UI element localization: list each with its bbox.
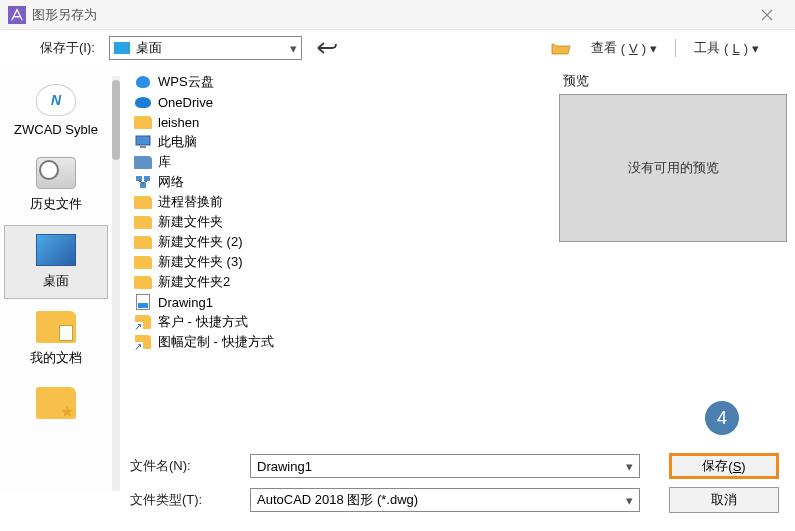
- history-icon: [36, 157, 76, 189]
- view-menu[interactable]: 查看(V) ▾: [585, 36, 663, 60]
- file-item[interactable]: leishen: [134, 112, 545, 132]
- sidebar-item-history[interactable]: 历史文件: [4, 149, 108, 221]
- chevron-down-icon: ▾: [290, 41, 297, 56]
- file-name: Drawing1: [158, 295, 213, 310]
- places-sidebar: ZWCAD Syble历史文件桌面我的文档: [0, 66, 120, 491]
- file-name: 网络: [158, 173, 184, 191]
- window-title: 图形另存为: [32, 6, 747, 24]
- app-icon: [8, 6, 26, 24]
- file-name: 新建文件夹: [158, 213, 223, 231]
- file-name: 新建文件夹 (3): [158, 253, 243, 271]
- cancel-button[interactable]: 取消: [669, 487, 779, 513]
- shortcut-icon: [135, 335, 151, 349]
- sidebar-item-docs[interactable]: 我的文档: [4, 303, 108, 375]
- wps-cloud-icon: [136, 76, 150, 88]
- annotation-badge-4: 4: [705, 401, 739, 435]
- close-button[interactable]: [747, 0, 787, 30]
- file-item[interactable]: 网络: [134, 172, 545, 192]
- location-text: 桌面: [136, 39, 162, 57]
- main-area: ZWCAD Syble历史文件桌面我的文档 WPS云盘OneDriveleish…: [0, 66, 795, 491]
- file-item[interactable]: 图幅定制 - 快捷方式: [134, 332, 545, 352]
- file-name: 库: [158, 153, 171, 171]
- svg-rect-0: [136, 136, 150, 145]
- sidebar-scrollbar[interactable]: [112, 76, 120, 491]
- bottom-form: 文件名(N): Drawing1 ▾ 保存(S) 文件类型(T): AutoCA…: [0, 443, 795, 531]
- folder-icon: [134, 196, 152, 209]
- file-item[interactable]: Drawing1: [134, 292, 545, 312]
- open-folder-button[interactable]: [545, 36, 577, 60]
- sidebar-item-label: 桌面: [5, 272, 107, 290]
- file-item[interactable]: 进程替换前: [134, 192, 545, 212]
- filename-label: 文件名(N):: [130, 457, 240, 475]
- separator: [675, 39, 676, 57]
- sidebar-item-cloud[interactable]: ZWCAD Syble: [4, 76, 108, 145]
- filetype-dropdown[interactable]: AutoCAD 2018 图形 (*.dwg) ▾: [250, 488, 640, 512]
- file-item[interactable]: 新建文件夹2: [134, 272, 545, 292]
- desktop-icon: [114, 42, 130, 54]
- file-item[interactable]: 新建文件夹 (2): [134, 232, 545, 252]
- sidebar-item-label: 历史文件: [4, 195, 108, 213]
- save-button[interactable]: 保存(S): [669, 453, 779, 479]
- onedrive-icon: [135, 97, 151, 108]
- folder-icon: [134, 256, 152, 269]
- titlebar: 图形另存为: [0, 0, 795, 30]
- toolbar: 保存于(I): 桌面 ▾ 查看(V) ▾ 工具(L) ▾: [0, 30, 795, 66]
- preview-empty-text: 没有可用的预览: [628, 159, 719, 177]
- computer-icon: [135, 135, 151, 149]
- file-name: 客户 - 快捷方式: [158, 313, 248, 331]
- desktop-icon: [36, 234, 76, 266]
- file-item[interactable]: OneDrive: [134, 92, 545, 112]
- sidebar-item-label: ZWCAD Syble: [4, 122, 108, 137]
- svg-rect-4: [140, 183, 146, 188]
- chevron-down-icon: ▾: [752, 41, 759, 56]
- filename-input[interactable]: Drawing1 ▾: [250, 454, 640, 478]
- library-icon: [134, 156, 152, 169]
- svg-rect-3: [144, 176, 150, 181]
- chevron-down-icon: ▾: [626, 459, 633, 474]
- docs-icon: [36, 311, 76, 343]
- file-item[interactable]: 客户 - 快捷方式: [134, 312, 545, 332]
- network-icon: [135, 175, 151, 189]
- save-in-label: 保存于(I):: [40, 39, 95, 57]
- folder-icon: [134, 276, 152, 289]
- file-name: 图幅定制 - 快捷方式: [158, 333, 274, 351]
- folder-icon: [134, 236, 152, 249]
- tools-menu[interactable]: 工具(L) ▾: [688, 36, 765, 60]
- back-button[interactable]: [310, 36, 346, 60]
- file-name: 新建文件夹2: [158, 273, 230, 291]
- file-name: OneDrive: [158, 95, 213, 110]
- preview-label: 预览: [559, 72, 783, 90]
- chevron-down-icon: ▾: [626, 493, 633, 508]
- file-item[interactable]: 库: [134, 152, 545, 172]
- file-list-panel: WPS云盘OneDriveleishen此电脑库网络进程替换前新建文件夹新建文件…: [120, 66, 555, 491]
- sidebar-item-fav[interactable]: [4, 379, 108, 433]
- file-name: leishen: [158, 115, 199, 130]
- shortcut-icon: [135, 315, 151, 329]
- folder-icon: [134, 216, 152, 229]
- sidebar-item-label: 我的文档: [4, 349, 108, 367]
- file-name: 进程替换前: [158, 193, 223, 211]
- sidebar-item-desktop[interactable]: 桌面: [4, 225, 108, 299]
- chevron-down-icon: ▾: [650, 41, 657, 56]
- svg-rect-1: [140, 146, 146, 148]
- dwg-file-icon: [136, 294, 150, 310]
- cloud-icon: [36, 84, 76, 116]
- file-name: WPS云盘: [158, 73, 214, 91]
- file-item[interactable]: WPS云盘: [134, 72, 545, 92]
- file-name: 新建文件夹 (2): [158, 233, 243, 251]
- filetype-label: 文件类型(T):: [130, 491, 240, 509]
- file-item[interactable]: 新建文件夹 (3): [134, 252, 545, 272]
- svg-rect-2: [136, 176, 142, 181]
- file-item[interactable]: 新建文件夹: [134, 212, 545, 232]
- file-list[interactable]: WPS云盘OneDriveleishen此电脑库网络进程替换前新建文件夹新建文件…: [134, 72, 545, 491]
- folder-icon: [134, 116, 152, 129]
- fav-icon: [36, 387, 76, 419]
- preview-box: 没有可用的预览: [559, 94, 787, 242]
- preview-panel: 预览 没有可用的预览: [555, 66, 795, 491]
- location-dropdown[interactable]: 桌面 ▾: [109, 36, 302, 60]
- file-name: 此电脑: [158, 133, 197, 151]
- file-item[interactable]: 此电脑: [134, 132, 545, 152]
